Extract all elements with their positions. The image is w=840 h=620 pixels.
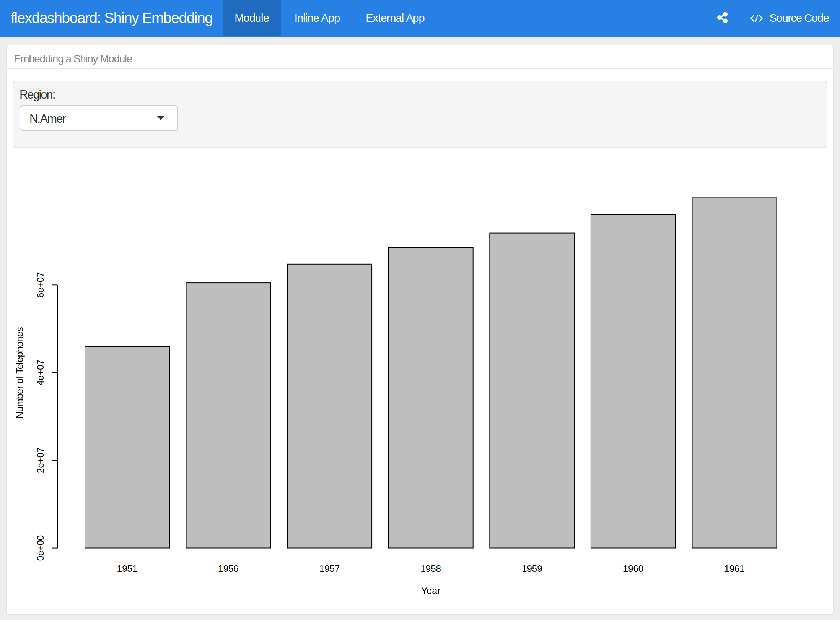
svg-text:1959: 1959 xyxy=(522,563,542,574)
svg-text:Year: Year xyxy=(421,585,441,596)
svg-text:1960: 1960 xyxy=(623,563,643,574)
svg-text:0e+00: 0e+00 xyxy=(35,535,46,561)
svg-text:4e+07: 4e+07 xyxy=(35,360,46,385)
svg-text:1961: 1961 xyxy=(724,563,744,574)
svg-text:1958: 1958 xyxy=(421,563,441,574)
svg-text:2e+07: 2e+07 xyxy=(35,447,46,473)
svg-text:1951: 1951 xyxy=(117,563,137,574)
svg-text:6e+07: 6e+07 xyxy=(35,272,46,298)
svg-text:1956: 1956 xyxy=(218,563,238,574)
svg-text:1957: 1957 xyxy=(319,563,340,574)
svg-text:Number of Telephones: Number of Telephones xyxy=(14,327,25,419)
